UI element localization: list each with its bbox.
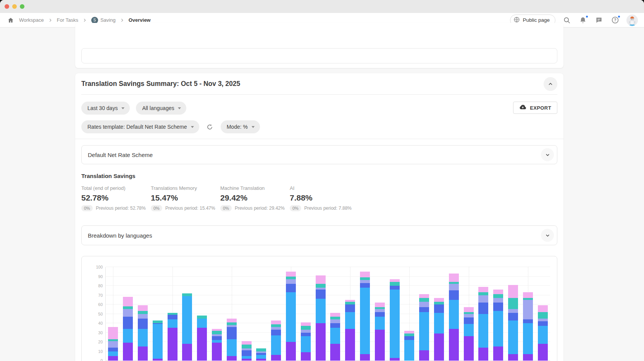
bar-segment[interactable] xyxy=(242,341,252,345)
stacked-bar-29-oct[interactable] xyxy=(464,307,474,361)
bar-segment[interactable] xyxy=(538,319,548,321)
bar-segment[interactable] xyxy=(301,330,311,332)
bar-segment[interactable] xyxy=(375,330,385,361)
stacked-bar-17-oct[interactable] xyxy=(286,272,296,361)
bar-segment[interactable] xyxy=(404,340,414,361)
bar-segment[interactable] xyxy=(286,277,296,279)
bar-segment[interactable] xyxy=(538,321,548,326)
bar-segment[interactable] xyxy=(419,302,429,308)
minimize-window-button[interactable] xyxy=(12,4,17,9)
bar-segment[interactable] xyxy=(271,327,281,330)
stacked-bar-15-oct[interactable] xyxy=(256,348,266,361)
bar-segment[interactable] xyxy=(123,297,133,306)
bar-segment[interactable] xyxy=(419,350,429,361)
bar-segment[interactable] xyxy=(508,321,518,354)
stacked-bar-6-oct[interactable] xyxy=(123,297,133,361)
bar-segment[interactable] xyxy=(523,292,533,298)
bar-segment[interactable] xyxy=(345,304,355,312)
stacked-bar-27-oct[interactable] xyxy=(434,298,444,361)
bar-segment[interactable] xyxy=(538,344,548,361)
bar-segment[interactable] xyxy=(375,309,385,312)
refresh-icon[interactable] xyxy=(205,122,215,131)
bar-segment[interactable] xyxy=(330,313,340,317)
user-avatar[interactable] xyxy=(626,15,638,26)
bar-segment[interactable] xyxy=(138,314,148,319)
bar-segment[interactable] xyxy=(404,331,414,333)
bar-segment[interactable] xyxy=(330,323,340,328)
bar-segment[interactable] xyxy=(523,300,533,319)
bar-segment[interactable] xyxy=(449,300,459,329)
help-icon[interactable]: ? xyxy=(610,16,620,25)
date-range-dropdown[interactable]: Last 30 days xyxy=(81,102,130,115)
bar-segment[interactable] xyxy=(330,319,340,323)
bar-segment[interactable] xyxy=(271,355,281,361)
bar-segment[interactable] xyxy=(153,321,163,323)
bar-segment[interactable] xyxy=(242,345,252,348)
bar-segment[interactable] xyxy=(108,351,118,356)
bar-segment[interactable] xyxy=(449,290,459,300)
bar-segment[interactable] xyxy=(478,287,488,293)
bar-segment[interactable] xyxy=(508,285,518,298)
bar-segment[interactable] xyxy=(434,304,444,313)
notifications-bell-icon[interactable] xyxy=(578,16,588,25)
bar-segment[interactable] xyxy=(286,279,296,284)
bar-segment[interactable] xyxy=(301,352,311,361)
bar-segment[interactable] xyxy=(108,327,118,339)
bar-segment[interactable] xyxy=(478,292,488,295)
bar-segment[interactable] xyxy=(449,284,459,290)
bar-segment[interactable] xyxy=(330,344,340,361)
bar-segment[interactable] xyxy=(375,317,385,330)
bar-segment[interactable] xyxy=(508,354,518,361)
stacked-bar-21-oct[interactable] xyxy=(345,300,355,361)
bar-segment[interactable] xyxy=(493,303,503,311)
bar-segment[interactable] xyxy=(301,322,311,326)
bar-segment[interactable] xyxy=(478,303,488,314)
stacked-bar-20-oct[interactable] xyxy=(330,313,340,361)
bar-segment[interactable] xyxy=(138,311,148,314)
bar-segment[interactable] xyxy=(286,342,296,361)
bar-segment[interactable] xyxy=(138,319,148,329)
stacked-bar-8-oct[interactable] xyxy=(153,321,163,361)
stacked-bar-5-oct[interactable] xyxy=(108,327,118,361)
bar-segment[interactable] xyxy=(538,305,548,312)
bar-segment[interactable] xyxy=(478,314,488,348)
bar-segment[interactable] xyxy=(316,299,326,323)
bar-segment[interactable] xyxy=(419,312,429,350)
stacked-bar-14-oct[interactable] xyxy=(242,341,252,361)
bar-segment[interactable] xyxy=(182,344,192,361)
bar-segment[interactable] xyxy=(404,333,414,336)
bar-segment[interactable] xyxy=(242,350,252,356)
stacked-bar-7-oct[interactable] xyxy=(138,305,148,361)
bar-segment[interactable] xyxy=(182,293,192,296)
bar-segment[interactable] xyxy=(360,277,370,280)
breadcrumb-overview[interactable]: Overview xyxy=(129,17,151,23)
stacked-bar-1-nov[interactable] xyxy=(508,285,518,361)
bar-segment[interactable] xyxy=(316,323,326,361)
bar-segment[interactable] xyxy=(434,313,444,333)
stacked-bar-9-oct[interactable] xyxy=(168,313,178,361)
bar-segment[interactable] xyxy=(523,319,533,323)
bar-segment[interactable] xyxy=(168,319,178,328)
expand-breakdown-button[interactable] xyxy=(541,229,554,242)
bar-segment[interactable] xyxy=(108,348,118,351)
bar-segment[interactable] xyxy=(153,359,163,361)
bar-segment[interactable] xyxy=(523,323,533,354)
bar-segment[interactable] xyxy=(464,314,474,318)
bar-segment[interactable] xyxy=(330,328,340,344)
bar-segment[interactable] xyxy=(390,358,400,361)
breadcrumb-workspace[interactable]: Workspace xyxy=(19,17,44,23)
bar-segment[interactable] xyxy=(212,343,222,361)
bar-segment[interactable] xyxy=(360,280,370,283)
bar-segment[interactable] xyxy=(464,307,474,312)
bar-segment[interactable] xyxy=(123,343,133,361)
bar-segment[interactable] xyxy=(538,326,548,344)
bar-segment[interactable] xyxy=(360,272,370,277)
rates-template-dropdown[interactable]: Rates template: Default Net Rate Scheme xyxy=(81,120,199,133)
bar-segment[interactable] xyxy=(153,324,163,359)
bar-segment[interactable] xyxy=(419,307,429,312)
bar-segment[interactable] xyxy=(227,327,237,339)
bar-segment[interactable] xyxy=(390,290,400,358)
stacked-bar-22-oct[interactable] xyxy=(360,272,370,361)
bar-segment[interactable] xyxy=(271,321,281,324)
bar-segment[interactable] xyxy=(286,284,296,292)
